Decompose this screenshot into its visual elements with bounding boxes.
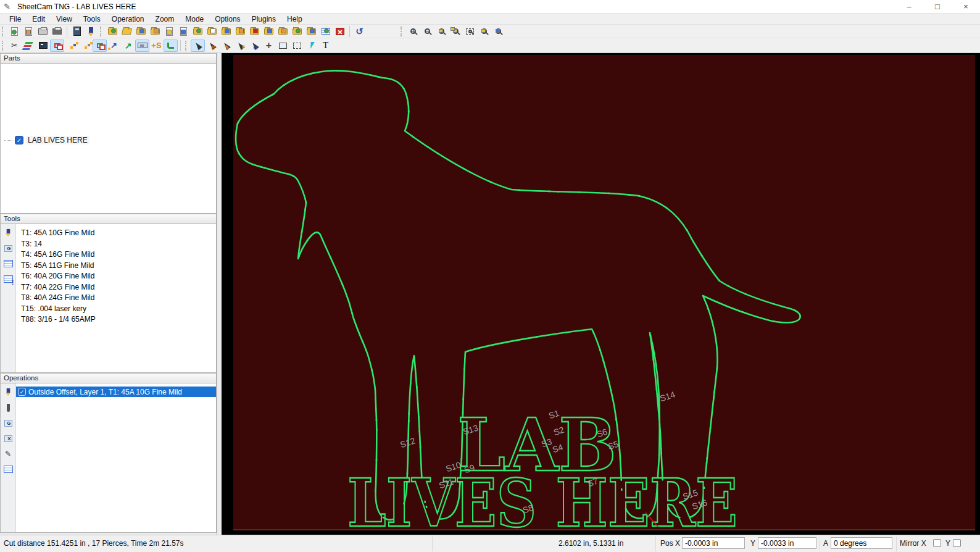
menu-options[interactable]: Options [209, 15, 246, 23]
operation-gcode-button[interactable]: G [3, 418, 14, 428]
tool-item[interactable]: T4: 45A 16G Fine Mild [21, 249, 96, 261]
mirror-y-checkbox[interactable] [953, 539, 961, 547]
operation-item-selected[interactable]: ✓ Outside Offset, Layer 1, T1: 45A 10G F… [16, 387, 216, 397]
toolbar-grip[interactable] [401, 27, 404, 36]
operation-table-button[interactable] [3, 464, 14, 474]
add-snap-button[interactable]: +S [149, 40, 164, 52]
pos-x-input[interactable]: -0.0003 in [682, 537, 745, 549]
refresh-job-button[interactable] [318, 25, 333, 38]
remove-part-button[interactable] [333, 25, 347, 38]
edit-points-button[interactable]: ✎ [219, 40, 233, 52]
menu-edit[interactable]: Edit [27, 15, 51, 23]
zoom-part-button[interactable] [434, 25, 449, 38]
new-operation-button[interactable] [3, 387, 14, 397]
close-button[interactable]: × [952, 0, 980, 13]
save-part-button[interactable] [176, 25, 191, 38]
menu-view[interactable]: View [51, 15, 78, 23]
menu-help[interactable]: Help [281, 15, 308, 23]
select-contour-button[interactable]: G [247, 40, 262, 52]
edit-path-smooth-button[interactable] [78, 40, 93, 52]
menu-file[interactable]: File [4, 15, 27, 23]
print-setup-button[interactable] [50, 25, 64, 38]
show-machine-button[interactable] [135, 40, 149, 52]
move-origin-button[interactable]: ↗ [107, 40, 121, 52]
tool-table-warn-button[interactable]: ! [3, 274, 14, 284]
tool-item[interactable]: T3: 14 [21, 239, 96, 250]
angle-input[interactable]: 0 degrees [831, 537, 892, 549]
minimize-button[interactable]: – [895, 0, 923, 13]
save-all-button[interactable] [304, 25, 318, 38]
menu-tools[interactable]: Tools [78, 15, 106, 23]
save-job-button[interactable] [134, 25, 148, 38]
insert-text-button[interactable]: T [318, 40, 333, 52]
zoom-extents-button[interactable] [463, 25, 477, 38]
delete-operation-button[interactable]: X [3, 433, 14, 443]
menu-zoom[interactable]: Zoom [150, 15, 180, 23]
zoom-out-button[interactable] [420, 25, 434, 38]
select-part-button[interactable]: S [205, 40, 219, 52]
edit-post-processor-button[interactable] [22, 25, 36, 38]
paste-part-button[interactable] [247, 25, 262, 38]
job-options-button[interactable] [148, 25, 162, 38]
move-part-button[interactable]: + [262, 40, 276, 52]
zoom-all-parts-button[interactable] [449, 25, 463, 38]
zoom-in-button[interactable] [406, 25, 420, 38]
toolbar-grip[interactable] [100, 27, 103, 36]
drill-operation-button[interactable] [3, 403, 14, 412]
part-options-button[interactable] [233, 25, 247, 38]
new-tool-button[interactable] [3, 228, 14, 238]
toolbar-grip[interactable] [2, 41, 5, 51]
edit-path-nodes-button[interactable] [64, 40, 78, 52]
undo-button[interactable]: ↺ [352, 25, 367, 38]
post-console-button[interactable] [36, 40, 50, 52]
tool-gcode-button[interactable]: G [3, 243, 14, 253]
add-part-button[interactable] [191, 25, 205, 38]
show-contours-button[interactable] [93, 40, 107, 52]
simulate-button[interactable] [304, 40, 318, 52]
part-checkbox[interactable]: ✓ [15, 136, 23, 144]
measure-button[interactable]: ↗ [121, 40, 135, 52]
restore-button[interactable]: □ [923, 0, 952, 13]
zoom-window-button[interactable] [477, 25, 491, 38]
show-layers-button[interactable] [22, 40, 36, 52]
tool-item[interactable]: T6: 40A 20G Fine Mild [21, 271, 96, 282]
toolbar-grip[interactable] [185, 41, 188, 51]
tool-table-button[interactable] [3, 259, 14, 269]
run-post-processor-button[interactable] [7, 25, 22, 38]
tool-item[interactable]: T1: 45A 10G Fine Mild [21, 228, 96, 239]
copy-part-button[interactable] [262, 25, 276, 38]
pos-y-input[interactable]: -0.0033 in [758, 537, 816, 549]
open-job-button[interactable] [120, 25, 134, 38]
toolbar-grip[interactable] [2, 27, 5, 36]
menu-mode[interactable]: Mode [180, 15, 209, 23]
part-tree-item[interactable]: ✓ LAB LIVES HERE [1, 64, 89, 213]
tool-item[interactable]: T15: .004 laser kery [21, 304, 96, 315]
drawing-canvas[interactable]: LAB LIVES HERE S1S2S3S4S5S6S7S8S9S10S11S… [217, 53, 980, 535]
show-cut-paths-button[interactable] [50, 40, 64, 52]
mirror-x-checkbox[interactable] [933, 539, 941, 547]
edit-part-button[interactable] [276, 25, 290, 38]
new-job-button[interactable] [106, 25, 120, 38]
operation-checkbox[interactable]: ✓ [18, 388, 26, 396]
reload-part-button[interactable] [290, 25, 304, 38]
tool-item[interactable]: T5: 45A 11G Fine Mild [21, 261, 96, 272]
menu-operation[interactable]: Operation [106, 15, 150, 23]
calculator-button[interactable] [70, 25, 84, 38]
select-mode-button[interactable] [191, 40, 205, 52]
quick-cut-button[interactable] [233, 40, 247, 52]
torch-setup-button[interactable] [84, 25, 98, 38]
open-part-button[interactable] [205, 25, 219, 38]
menu-plugins[interactable]: Plugins [246, 15, 281, 23]
import-part-button[interactable] [162, 25, 176, 38]
save-part-as-button[interactable] [219, 25, 233, 38]
part-label[interactable]: LAB LIVES HERE [26, 136, 89, 144]
contour-corner-button[interactable] [164, 40, 178, 52]
zoom-box-button[interactable] [290, 40, 304, 52]
print-button[interactable] [36, 25, 50, 38]
tool-item[interactable]: T88: 3/16 - 1/4 65AMP [21, 314, 96, 325]
tool-item[interactable]: T8: 40A 24G Fine Mild [21, 293, 96, 304]
nest-parts-button[interactable]: ✂ [7, 40, 22, 52]
pan-view-button[interactable] [276, 40, 290, 52]
tool-item[interactable]: T7: 40A 22G Fine Mild [21, 282, 96, 293]
edit-operation-button[interactable]: ✎ [3, 449, 14, 459]
